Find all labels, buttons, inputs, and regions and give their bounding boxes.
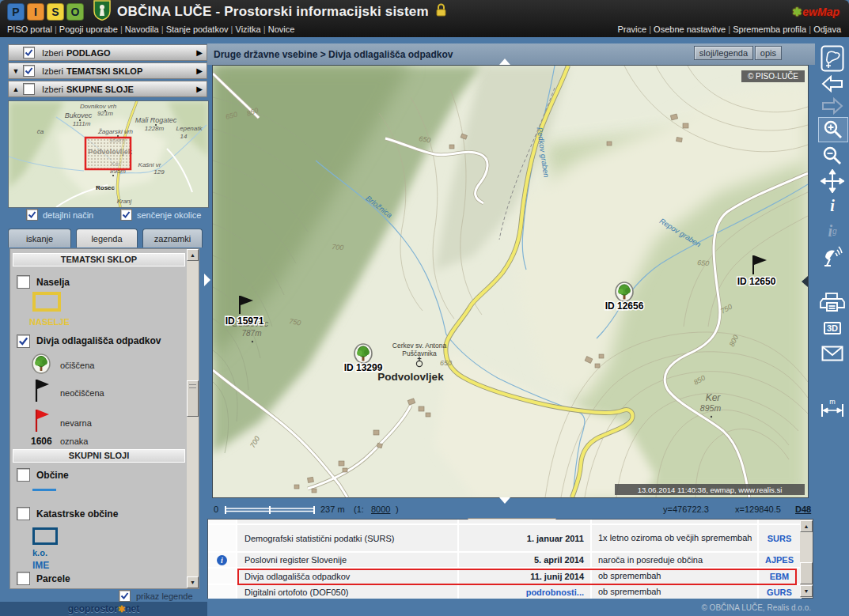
menu-vizitka[interactable]: Vizitka bbox=[236, 25, 268, 34]
tab-zaznamki[interactable]: zaznamki bbox=[142, 229, 203, 248]
naselja-layer-checkbox[interactable] bbox=[17, 275, 30, 289]
black-flag-legend-icon bbox=[34, 379, 50, 406]
menu-stanje-podatkov[interactable]: Stanje podatkov bbox=[166, 25, 236, 34]
oznaka-label: oznaka bbox=[60, 436, 88, 446]
tematski-checkbox[interactable] bbox=[23, 65, 35, 77]
obcine-layer-checkbox[interactable] bbox=[17, 468, 30, 482]
table-scrollbar[interactable]: ▲ ▼ bbox=[800, 520, 813, 598]
divja-layer-checkbox[interactable] bbox=[17, 334, 30, 348]
menu-osebne-nastavitve[interactable]: Osebne nastavitve bbox=[654, 25, 733, 34]
zoom-in-button[interactable] bbox=[818, 117, 848, 142]
geoprostor-star-icon: ✱ bbox=[118, 604, 125, 614]
piso-logo-s[interactable]: S bbox=[47, 3, 64, 21]
collapse-right-handle[interactable] bbox=[802, 276, 808, 287]
geoprostor-logo[interactable]: geoprostor✱net bbox=[68, 603, 140, 614]
panel-izberi-skupne-sloje[interactable]: ▲ Izberi SKUPNE SLOJE ▶ bbox=[8, 81, 207, 97]
skupne-checkbox[interactable] bbox=[23, 83, 35, 95]
forward-button[interactable] bbox=[818, 96, 847, 115]
prikaz-legende-checkbox[interactable] bbox=[119, 590, 131, 602]
piso-logo-i[interactable]: I bbox=[27, 3, 44, 21]
overview-minimap[interactable]: Dovnikov vrh 921m Bukovec 1111m Mali Rog… bbox=[8, 100, 209, 208]
sloji-legenda-button[interactable]: sloji/legenda bbox=[694, 46, 753, 60]
gps-button[interactable] bbox=[818, 244, 847, 269]
info-button[interactable]: i bbox=[818, 195, 847, 217]
collapse-up-icon[interactable]: ▲ bbox=[9, 85, 23, 93]
pan-button[interactable] bbox=[818, 169, 847, 193]
panel-izberi-tematski-sklop[interactable]: ▼ Izberi TEMATSKI SKLOP ▶ bbox=[8, 62, 207, 79]
svg-text:ID 13299: ID 13299 bbox=[344, 362, 383, 373]
dataset-name: Poslovni register Slovenije bbox=[237, 553, 459, 567]
menu-pogoji-uporabe[interactable]: Pogoji uporabe bbox=[59, 25, 125, 34]
measure-button[interactable]: m bbox=[818, 397, 847, 419]
svg-text:Podvolovljek: Podvolovljek bbox=[377, 371, 444, 383]
neociscena-label: neočiščena bbox=[60, 388, 104, 398]
sencenje-okolice-checkbox[interactable] bbox=[120, 209, 132, 221]
menu-navodila[interactable]: Navodila bbox=[125, 25, 166, 34]
dataset-source-link[interactable]: SURS bbox=[759, 525, 802, 551]
scale-ratio-prefix: (1: bbox=[354, 505, 364, 514]
ko-swatch-icon bbox=[32, 527, 58, 545]
naselje-swatch-label: NASELJE bbox=[29, 317, 70, 327]
minimap-extent-rect[interactable] bbox=[85, 138, 131, 169]
dataset-date: podrobnosti... bbox=[459, 585, 592, 599]
scroll-up-button[interactable]: ▲ bbox=[800, 520, 813, 532]
top-menu-left: PISO portal Pogoji uporabe Navodila Stan… bbox=[7, 25, 294, 34]
minimap-label: Bukovec bbox=[65, 111, 93, 119]
info-graphic-button[interactable]: ig bbox=[818, 220, 847, 242]
expand-arrow-icon[interactable]: ▶ bbox=[196, 48, 203, 57]
collapse-down-icon[interactable]: ▼ bbox=[9, 67, 23, 75]
piso-logo-p[interactable]: P bbox=[7, 3, 25, 21]
print-button[interactable] bbox=[818, 291, 847, 315]
dataset-source-link[interactable]: GURS bbox=[759, 585, 802, 599]
detajlni-nacin-checkbox[interactable] bbox=[26, 209, 38, 221]
zoom-out-button[interactable] bbox=[818, 145, 847, 166]
info-icon[interactable]: i bbox=[217, 555, 227, 565]
menu-pravice[interactable]: Pravice bbox=[617, 25, 654, 34]
mail-button[interactable] bbox=[818, 343, 847, 364]
tab-legenda[interactable]: legenda bbox=[76, 229, 138, 248]
section-header-tematski-sklop: TEMATSKI SKLOP bbox=[13, 253, 185, 266]
tab-iskanje[interactable]: iskanje bbox=[8, 229, 71, 248]
scale-ratio-link[interactable]: 8000 bbox=[371, 505, 390, 514]
scroll-up-button[interactable]: ▲ bbox=[187, 249, 199, 261]
podrobnosti-link[interactable]: podrobnosti... bbox=[526, 588, 584, 597]
collapse-left-handle[interactable] bbox=[204, 274, 210, 286]
back-button[interactable] bbox=[818, 74, 847, 93]
svg-text:650: 650 bbox=[697, 259, 710, 267]
legend-scrollbar[interactable]: ▲ ▼ bbox=[187, 249, 199, 588]
parcele-layer-checkbox[interactable] bbox=[17, 572, 30, 585]
table-row[interactable]: Digitalni ortofoto (DOF050) podrobnosti.… bbox=[208, 585, 802, 599]
overview-slovenia-button[interactable] bbox=[818, 44, 847, 73]
scrollbar-thumb[interactable] bbox=[800, 562, 813, 584]
menu-novice[interactable]: Novice bbox=[268, 25, 295, 34]
menu-sprememba-profila[interactable]: Sprememba profila bbox=[733, 25, 813, 34]
minimap-town-label: Rosec bbox=[96, 184, 116, 191]
scroll-down-button[interactable]: ▼ bbox=[187, 576, 199, 588]
piso-logo-o[interactable]: O bbox=[66, 3, 84, 21]
scrollbar-thumb[interactable] bbox=[187, 380, 199, 417]
datum-link[interactable]: D48 bbox=[795, 505, 811, 514]
expand-arrow-icon[interactable]: ▶ bbox=[196, 85, 203, 93]
municipality-crest-icon bbox=[93, 0, 111, 24]
panel-izberi-podlago[interactable]: Izberi PODLAGO ▶ bbox=[8, 44, 207, 61]
table-row[interactable]: Demografski statistični podatki (SURS) 1… bbox=[208, 525, 802, 553]
opis-button[interactable]: opis bbox=[755, 46, 782, 60]
menu-odjava[interactable]: Odjava bbox=[813, 25, 841, 34]
map-viewport[interactable]: 650 650 650 650 700 700 750 750 800 850 … bbox=[212, 65, 809, 498]
threed-button[interactable]: 3D bbox=[818, 318, 847, 338]
table-row-highlighted[interactable]: Divja odlagališča odpadkov 11. junij 201… bbox=[208, 569, 802, 585]
ewmap-logo: ✱ewMap bbox=[793, 6, 840, 18]
threed-glyph: 3D bbox=[824, 322, 841, 334]
dataset-source-link[interactable]: EBM bbox=[759, 569, 802, 584]
row-icon-cell bbox=[208, 569, 237, 584]
expand-arrow-icon[interactable]: ▶ bbox=[196, 66, 203, 75]
table-row[interactable]: i Poslovni register Slovenije 5. april 2… bbox=[208, 553, 802, 569]
dataset-source-link[interactable]: AJPES bbox=[759, 553, 802, 567]
katastrske-layer-checkbox[interactable] bbox=[17, 507, 30, 520]
scroll-down-button[interactable]: ▼ bbox=[800, 585, 813, 597]
collapse-top-handle[interactable] bbox=[499, 59, 510, 65]
podlago-checkbox[interactable] bbox=[23, 47, 35, 59]
minimap-label: ča bbox=[37, 128, 44, 135]
menu-piso-portal[interactable]: PISO portal bbox=[7, 25, 59, 34]
ewmap-star-icon: ✱ bbox=[793, 6, 802, 18]
